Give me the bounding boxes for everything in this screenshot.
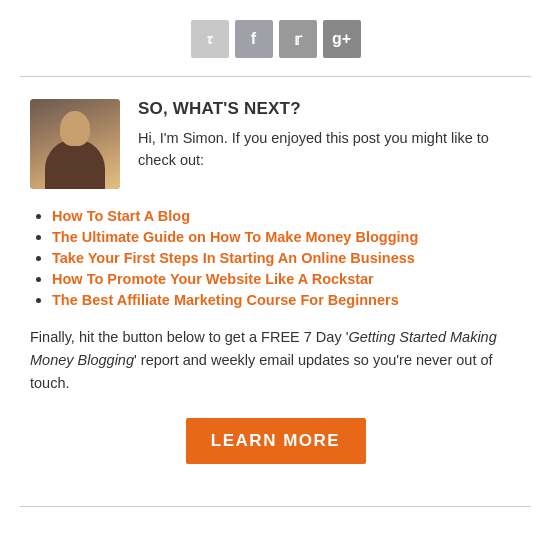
list-item: The Ultimate Guide on How To Make Money … <box>52 228 521 245</box>
bottom-divider <box>20 506 531 507</box>
link-money-blogging[interactable]: The Ultimate Guide on How To Make Money … <box>52 229 418 245</box>
link-promote[interactable]: How To Promote Your Website Like A Rocks… <box>52 271 374 287</box>
intro-text: Hi, I'm Simon. If you enjoyed this post … <box>138 127 521 172</box>
profile-block: SO, WHAT'S NEXT? Hi, I'm Simon. If you e… <box>30 99 521 189</box>
googleplus-icon[interactable]: g+ <box>323 20 361 58</box>
list-item: How To Promote Your Website Like A Rocks… <box>52 270 521 287</box>
links-list: How To Start A Blog The Ultimate Guide o… <box>30 207 521 308</box>
link-first-steps[interactable]: Take Your First Steps In Starting An Onl… <box>52 250 415 266</box>
text-block: SO, WHAT'S NEXT? Hi, I'm Simon. If you e… <box>138 99 521 172</box>
cta-text: Finally, hit the button below to get a F… <box>30 326 521 396</box>
link-affiliate[interactable]: The Best Affiliate Marketing Course For … <box>52 292 399 308</box>
avatar-image <box>30 99 120 189</box>
twitter-icon[interactable]: 𝕣 <box>279 20 317 58</box>
facebook-icon[interactable]: f <box>235 20 273 58</box>
avatar <box>30 99 120 189</box>
main-content: SO, WHAT'S NEXT? Hi, I'm Simon. If you e… <box>0 77 551 484</box>
list-item: How To Start A Blog <box>52 207 521 224</box>
social-share-bar: 𝔯 f 𝕣 g+ <box>0 0 551 76</box>
pinterest-icon[interactable]: 𝔯 <box>191 20 229 58</box>
social-icons-group: 𝔯 f 𝕣 g+ <box>191 20 361 58</box>
link-blog[interactable]: How To Start A Blog <box>52 208 190 224</box>
learn-more-button[interactable]: LEARN MORE <box>186 418 366 464</box>
list-item: Take Your First Steps In Starting An Onl… <box>52 249 521 266</box>
cta-before: Finally, hit the button below to get a F… <box>30 329 348 345</box>
list-item: The Best Affiliate Marketing Course For … <box>52 291 521 308</box>
section-heading: SO, WHAT'S NEXT? <box>138 99 521 119</box>
